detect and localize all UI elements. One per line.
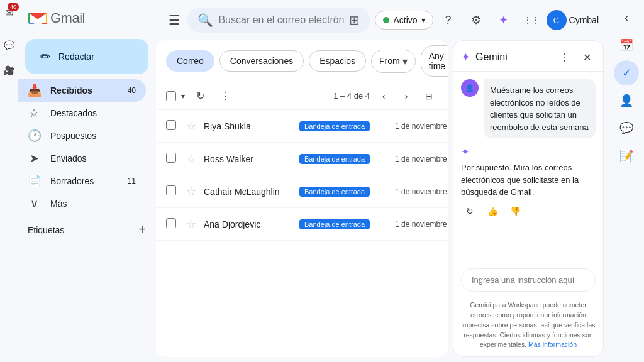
row4-star-icon[interactable]: ☆ (186, 217, 196, 231)
row2-checkbox[interactable] (166, 153, 176, 163)
search-bar: 🔍 ⊞ (187, 8, 370, 33)
topbar: ☰ 🔍 ⊞ Activo ▾ ? ⚙ ✦ ⋮⋮ C (156, 0, 609, 40)
row2-sender: Ross Walker (204, 154, 292, 164)
filter-tabs: Correo Conversaciones Espacios From ▾ An… (156, 40, 448, 82)
email-row-1[interactable]: ☆ Riya Shukla Bandeja de entrada Artícul… (156, 110, 448, 143)
notes-icon: 📝 (619, 149, 633, 163)
main-area: ☰ 🔍 ⊞ Activo ▾ ? ⚙ ✦ ⋮⋮ C (156, 0, 609, 362)
sidebar-header: Gmail (18, 5, 156, 36)
gmail-logo-text: Gmail (50, 10, 85, 26)
right-strip-calendar-button[interactable]: 📅 (614, 33, 639, 58)
gemini-title: Gemini (475, 52, 550, 63)
search-options-icon[interactable]: ⊞ (349, 13, 360, 28)
sidebar-item-mas[interactable]: ∨ Más (18, 192, 146, 215)
calendar-icon: 📅 (619, 38, 633, 52)
sidebar-item-recibidos[interactable]: 📥 Recibidos 40 (18, 79, 146, 102)
right-strip-chat-button[interactable]: 💬 (614, 116, 639, 141)
right-strip-tasks-button[interactable]: ✓ (614, 60, 639, 85)
user-message-text: Muéstrame los correos electrónicos no le… (484, 79, 596, 138)
labels-add-button[interactable]: + (138, 222, 146, 237)
status-button[interactable]: Activo ▾ (375, 11, 433, 30)
user-message: 👤 Muéstrame los correos electrónicos no … (461, 79, 596, 138)
recibidos-badge: 40 (123, 86, 136, 95)
tab-espacios[interactable]: Espacios (309, 50, 366, 72)
filter-from-label: From (379, 56, 400, 66)
refresh-icon: ↻ (196, 90, 204, 102)
chat-icon[interactable]: 💬 (1, 38, 16, 53)
sidebar-item-borradores[interactable]: 📄 Borradores 11 (18, 170, 146, 192)
sidebar-item-destacados[interactable]: ☆ Destacados (18, 102, 146, 124)
filter-any-time[interactable]: Any time ▾ (421, 45, 448, 77)
row4-date: 1 de noviembre (395, 220, 447, 229)
help-button[interactable]: ? (436, 8, 461, 33)
right-strip-contacts-button[interactable]: 👤 (614, 88, 639, 113)
user-avatar[interactable]: C (547, 10, 567, 30)
row1-badge: Bandeja de entrada (299, 121, 370, 131)
email-row-4[interactable]: ☆ Ana Djordjevic Bandeja de entrada Soli… (156, 208, 448, 241)
content-area: Correo Conversaciones Espacios From ▾ An… (156, 40, 609, 362)
right-strip-notes-button[interactable]: 📝 (614, 143, 639, 168)
gemini-input[interactable] (461, 268, 596, 292)
row1-checkbox[interactable] (166, 120, 176, 130)
refresh-button[interactable]: ↻ (190, 86, 210, 106)
row2-checkbox-wrap (166, 153, 179, 165)
gemini-reply: ✦ Por supuesto. Mira los correos electró… (461, 146, 596, 220)
gemini-close-button[interactable]: ✕ (578, 48, 596, 66)
left-strip: ✉ 40 💬 🎥 (0, 0, 18, 362)
prev-page-button[interactable]: ‹ (375, 87, 392, 105)
apps-icon: ⋮⋮ (523, 15, 540, 25)
row2-badge: Bandeja de entrada (299, 154, 370, 164)
filter-from[interactable]: From ▾ (371, 50, 416, 73)
row3-date: 1 de noviembre (395, 187, 447, 196)
sparkle-button[interactable]: ✦ (491, 8, 516, 33)
email-row-2[interactable]: ☆ Ross Walker Bandeja de entrada Seguimi… (156, 143, 448, 175)
search-input[interactable] (218, 14, 344, 26)
tab-correo[interactable]: Correo (166, 50, 214, 72)
gemini-thumbs-down-button[interactable]: 👎 (506, 202, 524, 220)
apps-button[interactable]: ⋮⋮ (519, 8, 544, 33)
gmail-logo: Gmail (28, 10, 85, 26)
compose-button[interactable]: ✏ Redactar (25, 39, 148, 74)
gemini-disclaimer: Gemini para Workspace puede cometer erro… (453, 297, 603, 356)
view-toggle-button[interactable]: ⊟ (420, 87, 438, 105)
row3-checkbox[interactable] (166, 185, 176, 195)
meet-icon[interactable]: 🎥 (1, 63, 16, 78)
right-strip-expand-button[interactable]: ‹ (614, 5, 639, 30)
more-actions-button[interactable]: ⋮ (215, 86, 235, 106)
gemini-disclaimer-link[interactable]: Más información (528, 341, 577, 348)
tab-conversaciones[interactable]: Conversaciones (219, 50, 304, 72)
row2-star-icon[interactable]: ☆ (186, 152, 196, 166)
row1-checkbox-wrap (166, 120, 179, 132)
more-icon: ∨ (28, 197, 40, 211)
select-all-checkbox[interactable] (166, 91, 176, 101)
email-row-3[interactable]: ☆ Cathair McLaughlin Bandeja de entrada … (156, 175, 448, 208)
mail-icon[interactable]: ✉ 40 (1, 5, 16, 20)
contacts-icon: 👤 (619, 94, 633, 107)
gemini-logo-icon: ✦ (461, 50, 470, 64)
row1-star-icon[interactable]: ☆ (186, 119, 196, 133)
sidebar-item-label: Destacados (50, 108, 136, 118)
gemini-header: ✦ Gemini ⋮ ✕ (453, 41, 603, 72)
row1-date: 1 de noviembre (395, 122, 447, 131)
email-panel: Correo Conversaciones Espacios From ▾ An… (156, 40, 448, 357)
topbar-actions: Activo ▾ ? ⚙ ✦ ⋮⋮ C Cymbal (375, 8, 599, 33)
gemini-thumbs-up-button[interactable]: 👍 (484, 202, 501, 220)
sidebar-item-pospuestos[interactable]: 🕐 Pospuestos (18, 124, 146, 147)
row4-checkbox[interactable] (166, 218, 176, 228)
settings-button[interactable]: ⚙ (464, 8, 489, 33)
next-page-button[interactable]: › (397, 87, 415, 105)
count-text: 1 – 4 de 4 (333, 91, 370, 101)
select-dropdown-icon[interactable]: ▾ (181, 92, 185, 101)
gemini-input-area (453, 263, 603, 297)
right-strip: ‹ 📅 ✓ 👤 💬 📝 (609, 0, 644, 362)
sidebar-item-enviados[interactable]: ➤ Enviados (18, 147, 146, 170)
gemini-reply-icon: ✦ (461, 146, 596, 158)
row3-star-icon[interactable]: ☆ (186, 185, 196, 199)
hamburger-button[interactable]: ☰ (166, 8, 182, 33)
email-count: 1 – 4 de 4 ‹ › ⊟ (333, 87, 438, 105)
gemini-more-button[interactable]: ⋮ (555, 48, 573, 66)
row4-checkbox-wrap (166, 218, 179, 230)
gemini-refresh-button[interactable]: ↻ (461, 202, 479, 220)
inbox-icon: 📥 (28, 84, 40, 97)
user-avatar-gemini: 👤 (461, 79, 479, 97)
